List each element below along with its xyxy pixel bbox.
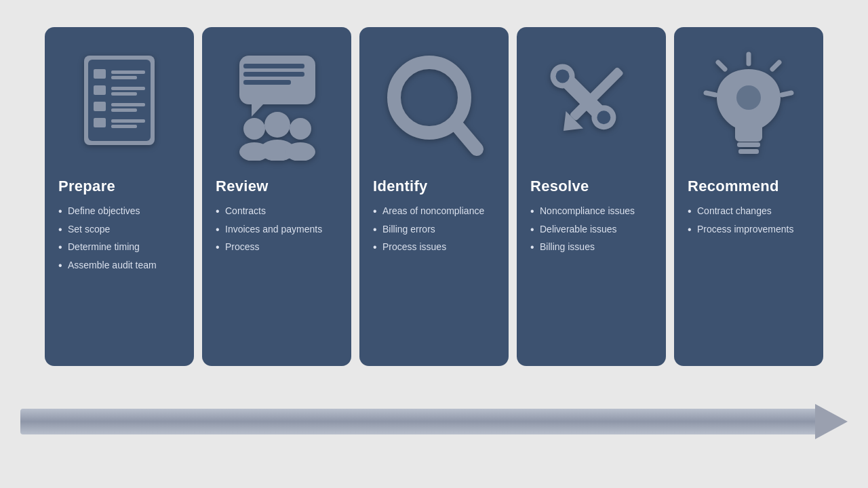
- svg-rect-8: [94, 102, 106, 111]
- svg-line-37: [718, 62, 725, 69]
- svg-rect-7: [111, 92, 137, 96]
- diagram-wrapper: Prepare Define objectives Set scope Dete…: [14, 14, 854, 474]
- svg-rect-9: [111, 103, 145, 106]
- list-item: Process issues: [373, 241, 484, 254]
- svg-point-21: [264, 112, 290, 138]
- resolve-card: Resolve Noncompliance issues Deliverable…: [517, 27, 666, 366]
- svg-rect-6: [111, 87, 145, 90]
- svg-rect-15: [243, 64, 304, 68]
- svg-point-23: [290, 118, 311, 140]
- svg-point-41: [736, 85, 761, 110]
- resolve-list: Noncompliance issues Deliverable issues …: [530, 205, 635, 259]
- team-chat-icon: [216, 43, 338, 165]
- svg-rect-3: [111, 70, 145, 74]
- recommend-list: Contract changes Process improvements: [688, 205, 793, 241]
- svg-line-38: [706, 93, 715, 95]
- arrow-body: [20, 409, 815, 434]
- list-item: Billing errors: [373, 223, 484, 237]
- identify-list: Areas of noncompliance Billing errors Pr…: [373, 205, 484, 259]
- prepare-list: Define objectives Set scope Determine ti…: [58, 205, 157, 277]
- arrow-head: [815, 404, 848, 439]
- list-item: Assemble audit team: [58, 259, 157, 272]
- list-item: Define objectives: [58, 205, 157, 218]
- svg-rect-13: [111, 125, 137, 128]
- list-item: Process improvements: [688, 223, 793, 237]
- svg-marker-18: [252, 104, 263, 117]
- list-item: Billing issues: [530, 241, 635, 254]
- list-item: Contract changes: [688, 205, 793, 218]
- list-item: Process: [216, 241, 322, 254]
- svg-rect-10: [111, 108, 137, 112]
- prepare-title: Prepare: [58, 178, 115, 195]
- list-item: Determine timing: [58, 241, 157, 254]
- svg-line-35: [772, 62, 779, 69]
- svg-rect-5: [94, 85, 106, 95]
- tools-icon: [530, 43, 652, 165]
- svg-rect-11: [94, 118, 106, 127]
- svg-rect-39: [737, 142, 760, 147]
- review-list: Contracts Invoices and payments Process: [216, 205, 322, 259]
- lightbulb-icon: [688, 43, 810, 165]
- resolve-title: Resolve: [530, 178, 589, 195]
- svg-line-36: [782, 93, 791, 95]
- magnifier-icon: [373, 43, 495, 165]
- review-title: Review: [216, 178, 269, 195]
- recommend-card: Recommend Contract changes Process impro…: [674, 27, 823, 366]
- svg-rect-16: [243, 72, 304, 77]
- svg-rect-17: [243, 80, 291, 85]
- identify-card: Identify Areas of noncompliance Billing …: [359, 27, 509, 366]
- checklist-icon: [58, 43, 180, 165]
- review-card: Review Contracts Invoices and payments P…: [202, 27, 351, 366]
- svg-rect-40: [738, 149, 759, 154]
- svg-point-19: [243, 118, 265, 140]
- svg-rect-4: [111, 76, 137, 79]
- list-item: Contracts: [216, 205, 322, 218]
- svg-rect-12: [111, 119, 145, 123]
- recommend-title: Recommend: [688, 178, 779, 195]
- svg-rect-2: [94, 69, 106, 79]
- svg-line-26: [455, 123, 477, 149]
- prepare-card: Prepare Define objectives Set scope Dete…: [45, 27, 194, 366]
- identify-title: Identify: [373, 178, 428, 195]
- list-item: Noncompliance issues: [530, 205, 635, 218]
- list-item: Areas of noncompliance: [373, 205, 484, 218]
- svg-point-24: [285, 142, 315, 161]
- cards-row: Prepare Define objectives Set scope Dete…: [20, 27, 848, 366]
- list-item: Invoices and payments: [216, 223, 322, 237]
- list-item: Deliverable issues: [530, 223, 635, 237]
- list-item: Set scope: [58, 223, 157, 237]
- process-arrow: [20, 404, 848, 439]
